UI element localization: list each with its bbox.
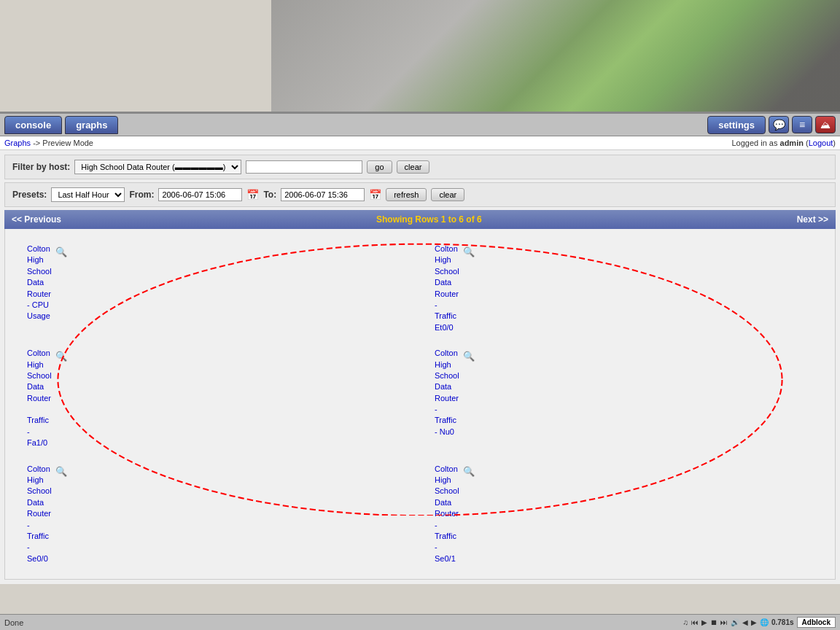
zoom-icon-traffic-se01[interactable]: 🔍 — [462, 465, 475, 478]
to-date-input[interactable] — [281, 188, 365, 201]
prev-link[interactable]: << Previous — [12, 214, 61, 225]
nav-bar: console graphs settings 💬 ≡ ⛰ — [0, 113, 840, 136]
graph-link-traffic-et0[interactable]: ColtonHighSchoolDataRouter-TrafficEt0/0 — [435, 244, 459, 333]
tab-graphs[interactable]: graphs — [65, 116, 118, 134]
showing-text: Showing Rows 1 to 6 of 6 — [376, 214, 482, 225]
host-filter-select[interactable]: High School Data Router (▬▬▬▬▬▬) — [74, 160, 241, 174]
logged-in-user: admin — [780, 139, 804, 147]
list-icon-button[interactable]: ≡ — [792, 116, 812, 133]
graph-cell-traffic-et0: ColtonHighSchoolDataRouter-TrafficEt0/0 … — [420, 236, 828, 341]
zoom-icon-cpu[interactable]: 🔍 — [55, 245, 68, 258]
breadcrumb-graphs-link[interactable]: Graphs — [4, 139, 31, 147]
breadcrumb-separator: -> — [33, 139, 42, 147]
logout-link[interactable]: Logout — [809, 139, 833, 147]
settings-button[interactable]: settings — [707, 116, 766, 134]
presets-clear-button[interactable]: clear — [431, 188, 464, 201]
main-content: Filter by host: High School Data Router … — [0, 150, 840, 584]
from-date-input[interactable] — [158, 188, 242, 201]
zoom-icon-traffic-se00[interactable]: 🔍 — [55, 465, 68, 478]
next-link[interactable]: Next >> — [797, 214, 828, 225]
graph-link-cpu[interactable]: ColtonHighSchoolDataRouter- CPUUsage — [27, 244, 52, 322]
graph-cell-traffic-se00: ColtonHighSchoolDataRouter-Traffic-Se0/0… — [12, 456, 420, 572]
browser-banner — [271, 0, 840, 113]
breadcrumb-current: Preview Mode — [42, 139, 93, 147]
to-label: To: — [263, 190, 276, 200]
filter-row: Filter by host: High School Data Router … — [4, 155, 836, 179]
zoom-icon-traffic-nu0[interactable]: 🔍 — [462, 349, 475, 362]
results-header: << Previous Showing Rows 1 to 6 of 6 Nex… — [4, 210, 836, 229]
graph-cell-traffic-se01: ColtonHighSchoolDataRouter-Traffic-Se0/1… — [420, 456, 828, 572]
to-calendar-icon[interactable]: 📅 — [369, 189, 381, 201]
from-label: From: — [129, 190, 154, 200]
graph-cell-traffic-fa10: ColtonHighSchoolDataRouterTraffic-Fa1/0 … — [12, 341, 420, 456]
filter-label: Filter by host: — [12, 162, 70, 172]
help-icon-button[interactable]: 💬 — [769, 116, 789, 133]
breadcrumb: Graphs -> Preview Mode — [4, 139, 93, 147]
graph-grid: ColtonHighSchoolDataRouter- CPUUsage 🔍 C… — [4, 229, 836, 580]
graph-link-traffic-nu0[interactable]: ColtonHighSchoolDataRouter-Traffic- Nu0 — [435, 348, 459, 438]
graph-link-traffic-se01[interactable]: ColtonHighSchoolDataRouter-Traffic-Se0/1 — [435, 464, 459, 565]
go-button[interactable]: go — [367, 160, 392, 174]
graph-cell-cpu: ColtonHighSchoolDataRouter- CPUUsage 🔍 — [12, 236, 420, 341]
zoom-icon-traffic-fa10[interactable]: 🔍 — [55, 349, 68, 362]
tab-console[interactable]: console — [4, 116, 62, 134]
presets-row: Presets: Last Half Hour Last Hour Last 2… — [4, 182, 836, 207]
login-status: Logged in as admin (Logout) — [731, 139, 836, 147]
breadcrumb-bar: Graphs -> Preview Mode Logged in as admi… — [0, 136, 840, 150]
alert-icon-button[interactable]: ⛰ — [815, 116, 836, 133]
from-calendar-icon[interactable]: 📅 — [246, 189, 259, 201]
filter-clear-button[interactable]: clear — [397, 160, 430, 174]
zoom-icon-traffic-et0[interactable]: 🔍 — [462, 245, 475, 258]
refresh-button[interactable]: refresh — [386, 188, 427, 201]
presets-label: Presets: — [12, 190, 47, 200]
nav-right-buttons: settings 💬 ≡ ⛰ — [707, 116, 836, 134]
graph-link-traffic-fa10[interactable]: ColtonHighSchoolDataRouterTraffic-Fa1/0 — [27, 348, 52, 449]
filter-search-input[interactable] — [246, 160, 362, 174]
graph-cell-traffic-nu0: ColtonHighSchoolDataRouter-Traffic- Nu0 … — [420, 341, 828, 456]
preset-select[interactable]: Last Half Hour Last Hour Last 2 Hours La… — [51, 187, 125, 202]
graph-link-traffic-se00[interactable]: ColtonHighSchoolDataRouter-Traffic-Se0/0 — [27, 464, 52, 565]
browser-chrome — [0, 0, 840, 113]
